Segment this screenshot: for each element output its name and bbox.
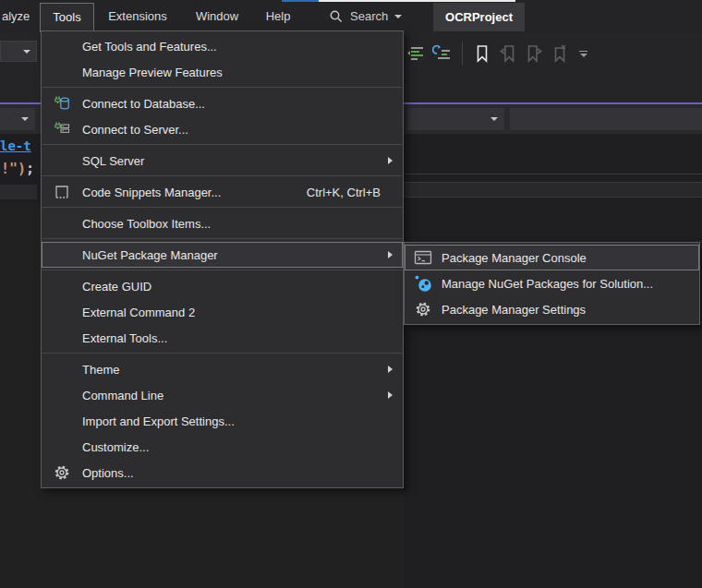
- menu-item-manage-preview-features[interactable]: Manage Preview Features: [42, 59, 403, 85]
- menubar-item-extensions[interactable]: Extensions: [108, 0, 167, 32]
- uncomment-selection-icon[interactable]: [432, 43, 453, 64]
- search-dropdown-caret-icon[interactable]: [394, 15, 402, 18]
- toolbar-dropdown[interactable]: [0, 41, 37, 62]
- next-bookmark-icon[interactable]: [524, 43, 544, 64]
- menu-item-theme[interactable]: Theme: [42, 356, 403, 382]
- nuget-submenu-popup: Package Manager Console Manage NuGet Pac…: [404, 242, 700, 325]
- toggle-bookmark-icon[interactable]: [472, 43, 492, 64]
- code-string-text: !");: [1, 161, 34, 177]
- menu-item-sql-server[interactable]: SQL Server: [42, 148, 403, 174]
- vs-ide-window: alyze Tools Extensions Window Help Searc…: [0, 0, 702, 588]
- menubar-item-analyze[interactable]: alyze: [2, 0, 30, 32]
- menu-item-options[interactable]: Options...: [42, 460, 403, 486]
- menu-item-nuget-package-manager[interactable]: NuGet Package Manager: [42, 242, 403, 268]
- submenu-arrow-icon: [388, 157, 393, 164]
- menu-item-connect-to-server[interactable]: Connect to Server...: [42, 116, 403, 142]
- console-icon: [405, 249, 442, 266]
- menu-item-get-tools-and-features[interactable]: Get Tools and Features...: [42, 33, 403, 59]
- menu-separator: [42, 175, 402, 176]
- submenu-arrow-icon: [388, 391, 393, 399]
- panel-band: [404, 182, 702, 198]
- code-link-text[interactable]: le-t: [0, 138, 31, 153]
- previous-bookmark-icon[interactable]: [498, 43, 518, 64]
- type-dropdown[interactable]: [407, 108, 504, 130]
- project-badge[interactable]: OCRProject: [433, 3, 525, 31]
- editor-area-right: [404, 134, 702, 588]
- menubar-item-tools[interactable]: Tools: [40, 3, 94, 32]
- menu-item-create-guid[interactable]: Create GUID: [42, 273, 403, 299]
- search-box[interactable]: Search: [329, 0, 402, 32]
- nuget-icon: [405, 274, 442, 293]
- gear-icon: [405, 301, 442, 318]
- member-dropdown[interactable]: [510, 108, 702, 130]
- menu-item-choose-toolbox-items[interactable]: Choose Toolbox Items...: [42, 210, 403, 236]
- editor-left-band: [0, 185, 37, 199]
- menu-separator: [42, 144, 402, 145]
- menu-item-external-command-2[interactable]: External Command 2: [42, 299, 403, 325]
- tools-menu-popup: Get Tools and Features... Manage Preview…: [41, 30, 404, 488]
- menu-item-connect-to-database[interactable]: Connect to Database...: [42, 90, 403, 116]
- project-dropdown[interactable]: [0, 108, 35, 130]
- menu-separator: [42, 238, 402, 239]
- gear-icon: [42, 464, 82, 481]
- menu-item-manage-nuget-packages-for-solution[interactable]: Manage NuGet Packages for Solution...: [405, 270, 699, 296]
- connect-server-icon: [42, 121, 82, 138]
- menu-shortcut: Ctrl+K, Ctrl+B: [307, 186, 381, 199]
- chevron-down-icon: [21, 117, 29, 121]
- search-label: Search: [350, 9, 388, 23]
- menu-item-import-and-export-settings[interactable]: Import and Export Settings...: [42, 408, 403, 434]
- submenu-arrow-icon: [388, 251, 393, 258]
- menu-separator: [42, 207, 402, 208]
- code-snippets-icon: [42, 184, 82, 200]
- toolbar-separator: [462, 42, 463, 66]
- menu-item-package-manager-settings[interactable]: Package Manager Settings: [405, 296, 699, 322]
- menu-item-code-snippets-manager[interactable]: Code Snippets Manager... Ctrl+K, Ctrl+B: [42, 179, 403, 205]
- toolbar-overflow-icon[interactable]: [579, 51, 587, 57]
- panel-divider: [404, 174, 702, 174]
- top-accent-strip: [282, 0, 319, 2]
- comment-selection-icon[interactable]: [406, 43, 427, 64]
- menu-separator: [42, 270, 402, 270]
- chevron-down-icon: [490, 117, 498, 121]
- menu-bar: alyze Tools Extensions Window Help Searc…: [0, 0, 702, 32]
- search-icon: [329, 9, 344, 24]
- menu-item-command-line[interactable]: Command Line: [42, 382, 403, 408]
- chevron-down-icon: [23, 50, 30, 54]
- menubar-item-window[interactable]: Window: [196, 0, 238, 32]
- menu-item-customize[interactable]: Customize...: [42, 434, 403, 460]
- menu-separator: [42, 353, 402, 354]
- clear-bookmarks-icon[interactable]: [550, 43, 570, 64]
- top-highlight-strip: [319, 0, 515, 2]
- submenu-arrow-icon: [388, 366, 393, 373]
- menu-item-package-manager-console[interactable]: Package Manager Console: [405, 245, 699, 270]
- menu-item-external-tools[interactable]: External Tools...: [42, 325, 403, 351]
- menubar-item-help[interactable]: Help: [266, 0, 291, 32]
- menu-separator: [42, 87, 402, 88]
- connect-database-icon: [42, 95, 82, 112]
